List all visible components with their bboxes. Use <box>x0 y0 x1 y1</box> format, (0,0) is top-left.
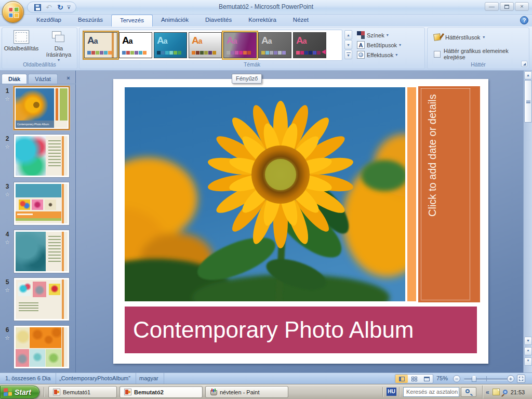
animation-star-icon: ☆ <box>3 96 11 102</box>
keyboard-language-indicator[interactable]: HU <box>387 388 396 396</box>
office-button[interactable] <box>2 1 24 23</box>
fonts-label: Betűtípusok <box>367 42 397 48</box>
gallery-more-button[interactable]: ▼ <box>344 50 352 59</box>
redo-icon: ↻ <box>57 3 63 11</box>
tab-diavetites[interactable]: Diavetítés <box>197 15 240 26</box>
date-placeholder-text[interactable]: Click to add date or details <box>427 90 442 217</box>
title-placeholder[interactable]: Contemporary Photo Album <box>125 307 477 353</box>
date-placeholder[interactable]: Click to add date or details <box>418 86 480 302</box>
tab-nezet[interactable]: Nézet <box>285 15 317 26</box>
powerpoint-icon <box>53 389 60 395</box>
thumbnail-caption: Contemporary Photo Album <box>16 121 54 128</box>
slide-thumbnail-4[interactable]: 4 ☆ <box>2 230 73 275</box>
tab-outline[interactable]: Vázlat <box>28 74 58 84</box>
tab-slides[interactable]: Diák <box>2 74 27 84</box>
tab-tervezes[interactable]: Tervezés <box>111 15 153 26</box>
status-bar: 1, összesen 6 Dia „ContemporaryPhotoAlbu… <box>0 373 532 384</box>
editor-scrollbar[interactable]: ▲ ▼ ▲ ▼ <box>523 71 532 373</box>
more-bar-icon <box>347 52 351 53</box>
notes-tray-icon[interactable] <box>493 389 500 395</box>
start-button[interactable]: Start <box>0 385 39 398</box>
collapse-tray-button[interactable]: « <box>486 389 489 396</box>
themes-gallery: AaAaAaAaAaAaAa <box>83 30 342 61</box>
search-tray-icon[interactable] <box>503 390 508 394</box>
chevron-down-icon: ▾ <box>68 7 70 9</box>
background-dialog-launcher[interactable] <box>521 61 527 67</box>
tab-kezdolap[interactable]: Kezdőlap <box>28 15 70 26</box>
slide-thumbnail-3[interactable]: 3 ☆ <box>2 182 73 228</box>
group-label: Témák <box>79 61 424 68</box>
slide-thumbnail-6[interactable]: 6 ☆ <box>2 325 73 371</box>
redo-button[interactable]: ↻ <box>56 3 65 12</box>
slide-sorter-button[interactable] <box>408 375 420 383</box>
slide-thumbnail-1[interactable]: 1 ☆ Contemporary Photo Album <box>2 86 73 132</box>
scrollbar-thumb[interactable] <box>524 80 532 123</box>
slide-3-preview <box>16 184 68 223</box>
page-setup-button[interactable]: Oldalbeállítás <box>4 30 38 62</box>
search-icon <box>466 389 470 393</box>
task-bemutato2[interactable]: Bemutató2 <box>119 386 203 398</box>
slide-orientation-button[interactable]: Dia írásiránya ▾ <box>42 30 76 62</box>
hide-background-graphics-checkbox[interactable] <box>434 51 441 58</box>
fit-to-window-button[interactable] <box>517 375 525 383</box>
theme-swatch-office-theme[interactable]: Aa <box>119 32 152 58</box>
theme-stripe <box>112 33 114 58</box>
normal-view-button[interactable] <box>395 375 408 383</box>
zoom-slider-thumb[interactable] <box>472 375 476 382</box>
save-button[interactable] <box>33 3 42 12</box>
task-paint[interactable]: névtelen - Paint <box>205 386 288 398</box>
slide-thumbnail-2[interactable]: 2 ☆ <box>2 134 73 180</box>
hide-background-graphics-label: Háttér grafikus elemeinek elrejtése <box>444 48 522 60</box>
zoom-level[interactable]: 75% <box>436 373 448 384</box>
ribbon-tab-row: Kezdőlap Beszúrás Tervezés Animációk Dia… <box>0 15 532 26</box>
effects-dropdown[interactable]: Effektusok ▾ <box>357 50 421 60</box>
fonts-dropdown[interactable]: A Betűtípusok ▾ <box>357 40 421 50</box>
tab-beszuras[interactable]: Beszúrás <box>70 15 111 26</box>
colors-dropdown[interactable]: Színek ▾ <box>357 30 421 40</box>
scroll-up-button[interactable]: ▲ <box>524 71 532 79</box>
next-slide-button[interactable]: ▼ <box>524 357 532 366</box>
zoom-slider-track[interactable] <box>464 378 510 380</box>
previous-slide-button[interactable]: ▲ <box>524 347 532 355</box>
slide-title-text[interactable]: Contemporary Photo Album <box>125 317 414 343</box>
gallery-scroll-up-button[interactable]: ▲ <box>344 30 352 39</box>
background-styles-button[interactable]: Háttérstílusok ▾ <box>434 33 485 41</box>
theme-swatch-gray-theme[interactable]: Aa <box>258 32 291 58</box>
minimize-button[interactable]: — <box>485 2 499 11</box>
zoom-in-button[interactable]: + <box>507 375 514 382</box>
slideshow-button[interactable] <box>420 375 433 383</box>
background-styles-icon <box>434 33 443 41</box>
close-button[interactable]: × <box>515 2 529 11</box>
undo-button[interactable]: ↶ <box>44 3 54 12</box>
theme-swatch-silver-theme[interactable]: Aa <box>189 32 222 58</box>
slide-sorter-icon <box>411 377 417 381</box>
slide-thumbnail-5[interactable]: 5 ☆ <box>2 277 73 323</box>
slide-canvas[interactable]: Click to add date or details Contemporar… <box>113 79 488 364</box>
language-indicator[interactable]: magyar <box>134 373 164 384</box>
tab-animaciok[interactable]: Animációk <box>153 15 197 26</box>
task-bemutato1[interactable]: Bemutató1 <box>48 386 117 398</box>
maximize-button[interactable] <box>500 2 514 11</box>
group-label: Háttér <box>428 61 529 68</box>
sunflower-photo[interactable] <box>125 87 405 301</box>
window-title: Bemutató2 - Microsoft PowerPoint <box>156 3 376 10</box>
gallery-scroll-down-button[interactable]: ▼ <box>344 40 352 49</box>
theme-swatch-current-theme[interactable]: Aa <box>84 32 117 58</box>
scroll-down-button[interactable]: ▼ <box>524 337 532 345</box>
desktop-search-input[interactable]: Keresés az asztalon <box>403 387 459 397</box>
system-tray: « 21:53 <box>482 385 532 398</box>
theme-color-dots <box>296 51 321 55</box>
theme-swatch-verve-theme[interactable]: Aa <box>293 32 326 58</box>
help-button[interactable]: ? <box>520 16 528 24</box>
chevron-down-icon: ▾ <box>387 33 389 37</box>
theme-swatch-opulent-theme[interactable]: Aa <box>223 32 257 58</box>
customize-qat-button[interactable]: ▾ <box>67 6 71 9</box>
group-themes: AaAaAaAaAaAaAa ▲ ▼ ▼ Színek ▾ A Betűtípu… <box>79 28 425 69</box>
tab-korrektura[interactable]: Korrektúra <box>240 15 285 26</box>
slide-number: 5 <box>3 278 11 286</box>
search-button[interactable] <box>461 387 476 397</box>
zoom-out-button[interactable]: − <box>453 375 460 382</box>
pane-close-button[interactable]: × <box>64 74 72 82</box>
theme-aa-preview: Aa <box>192 35 202 46</box>
theme-swatch-blue-theme[interactable]: Aa <box>154 32 187 58</box>
